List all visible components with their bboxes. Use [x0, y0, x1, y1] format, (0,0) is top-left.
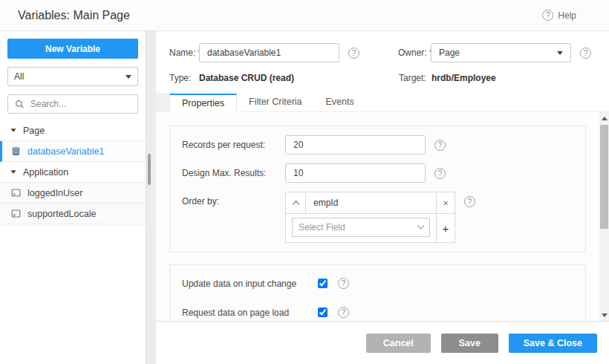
collapse-caret-icon [10, 170, 16, 174]
scroll-down-arrow-icon[interactable] [599, 310, 609, 320]
chevron-up-icon [292, 200, 299, 207]
variable-tabs: Properties Filter Criteria Events [156, 92, 609, 112]
properties-tab-content: Records per request: Design Max. Results… [156, 112, 609, 321]
tree-group-page[interactable]: Page [0, 120, 146, 141]
save-and-close-button[interactable]: Save & Close [509, 334, 597, 353]
tab-filter-criteria[interactable]: Filter Criteria [237, 93, 314, 111]
chevron-down-icon [126, 75, 131, 79]
tab-properties[interactable]: Properties [169, 94, 237, 112]
sidebar-scrollbar-thumb[interactable] [148, 154, 151, 185]
plus-icon [443, 223, 449, 234]
database-variable-icon [10, 146, 21, 157]
sidebar-scrollbar-track [146, 31, 156, 364]
search-input[interactable] [29, 98, 131, 110]
design-max-results-help-icon[interactable] [434, 168, 446, 179]
tree-item-supportedlocale[interactable]: x supportedLocale [0, 204, 146, 224]
static-variable-icon: x [10, 188, 21, 198]
new-variable-button[interactable]: New Variable [7, 39, 138, 59]
chevron-down-icon [417, 221, 425, 229]
owner-value: Page [439, 48, 460, 58]
save-button[interactable]: Save [441, 334, 498, 353]
tree-item-label: loggedInUser [27, 188, 82, 198]
select-field-placeholder: Select Field [299, 222, 345, 233]
update-data-on-input-change-checkbox[interactable] [318, 279, 328, 288]
name-label: Name: [169, 48, 199, 58]
scroll-up-arrow-icon[interactable] [599, 113, 609, 123]
select-field-dropdown[interactable]: Select Field [292, 218, 430, 237]
type-label: Type: [169, 73, 199, 83]
tree-group-application[interactable]: Application [0, 162, 146, 183]
help-icon [542, 10, 553, 21]
collapse-caret-icon [10, 129, 16, 132]
help-label: Help [558, 10, 576, 21]
sort-direction-toggle[interactable] [286, 192, 306, 213]
name-input[interactable] [199, 43, 339, 62]
tree-item-label: databaseVariable1 [27, 146, 104, 157]
variables-dialog: Variables: Main Page Help New Variable A… [0, 0, 609, 364]
name-help-icon[interactable] [348, 48, 359, 59]
type-value: Database CRUD (read) [199, 73, 360, 83]
order-by-label: Order by: [182, 192, 285, 211]
variable-search [7, 94, 138, 114]
tab-events[interactable]: Events [314, 93, 366, 111]
svg-text:x: x [13, 191, 16, 196]
dialog-header: Variables: Main Page Help [0, 0, 609, 31]
content-scrollbar[interactable] [599, 112, 609, 321]
tree-item-loggedinuser[interactable]: x loggedInUser [0, 183, 146, 204]
request-data-on-page-load-checkbox[interactable] [318, 308, 328, 317]
design-max-results-label: Design Max. Results: [182, 168, 285, 178]
tree-group-label: Application [23, 167, 68, 178]
cancel-button[interactable]: Cancel [366, 334, 431, 353]
variable-detail-pane: Name: Owner: Page Type: Database CRUD (r… [156, 31, 609, 364]
tabbar-lead [156, 93, 169, 111]
tree-item-databasevariable1[interactable]: databaseVariable1 [0, 141, 146, 162]
variables-sidebar: New Variable All Page [0, 31, 146, 364]
order-by-help-icon[interactable] [464, 196, 475, 207]
order-by-field-input[interactable] [306, 192, 436, 213]
add-order-field-button[interactable] [436, 214, 455, 242]
variable-summary-form: Name: Owner: Page Type: Database CRUD (r… [156, 31, 609, 83]
target-label: Target: [399, 73, 431, 83]
dialog-footer: Cancel Save Save & Close [156, 321, 609, 364]
tree-item-label: supportedLocale [27, 209, 96, 219]
select-field-cell: Select Field [286, 214, 436, 242]
tree-group-label: Page [23, 126, 45, 136]
owner-select[interactable]: Page [431, 43, 571, 62]
update-data-help-icon[interactable] [338, 278, 349, 289]
search-icon [14, 99, 25, 109]
data-settings-panel: Records per request: Design Max. Results… [169, 126, 586, 253]
request-data-help-icon[interactable] [338, 307, 349, 318]
update-data-on-input-change-label: Update data on input change [182, 279, 318, 289]
target-value: hrdb/Employee [431, 73, 496, 83]
remove-order-field-button[interactable] [436, 192, 455, 213]
records-per-request-input[interactable] [285, 135, 426, 155]
behavior-panel: Update data on input change Request data… [169, 264, 586, 321]
variables-tree: Page databaseVariable1 Application x [0, 120, 146, 224]
owner-help-icon[interactable] [580, 48, 591, 59]
records-per-request-label: Records per request: [182, 140, 285, 150]
request-data-on-page-load-label: Request data on page load [182, 308, 318, 318]
order-by-widget: Select Field [285, 192, 455, 243]
design-max-results-input[interactable] [285, 163, 426, 183]
static-variable-icon: x [10, 209, 21, 219]
chevron-down-icon [557, 51, 563, 55]
content-scrollbar-thumb[interactable] [600, 125, 608, 229]
close-icon [443, 198, 449, 208]
page-title: Variables: Main Page [18, 9, 130, 22]
owner-label: Owner: [398, 48, 431, 58]
variable-type-filter-select[interactable]: All [7, 67, 138, 86]
help-button[interactable]: Help [542, 10, 576, 21]
records-per-request-help-icon[interactable] [434, 140, 446, 151]
svg-text:x: x [13, 212, 16, 217]
variable-type-filter-value: All [14, 71, 24, 82]
